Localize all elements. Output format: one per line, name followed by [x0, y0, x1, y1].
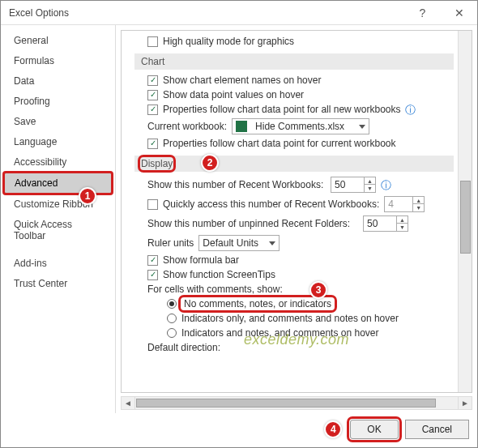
chart-values-checkbox[interactable]: [147, 90, 158, 100]
window-title: Excel Options: [9, 7, 404, 19]
chart-props-current-checkbox[interactable]: [147, 139, 158, 149]
vertical-scrollbar-thumb[interactable]: [460, 181, 471, 254]
excel-file-icon: [236, 121, 247, 132]
show-formula-bar-checkbox[interactable]: [147, 255, 158, 266]
hscroll-left-arrow[interactable]: ◄: [122, 397, 135, 409]
main-panel: High quality mode for graphics Chart Sho…: [116, 25, 477, 413]
chart-values-label: Show data point values on hover: [163, 89, 304, 100]
close-icon: ✕: [455, 6, 464, 19]
annotation-badge-1: 1: [79, 187, 96, 205]
comments-option-indicators-only-label: Indicators only, and comments and notes …: [181, 313, 399, 324]
hscroll-right-arrow[interactable]: ►: [458, 397, 472, 409]
quick-access-recent-checkbox[interactable]: [147, 199, 158, 210]
section-display: Display: [134, 156, 454, 172]
close-button[interactable]: ✕: [441, 1, 477, 25]
current-workbook-value: Hide Comments.xlsx: [255, 121, 344, 132]
show-screentips-label: Show function ScreenTips: [163, 269, 275, 280]
sidebar-item-save[interactable]: Save: [4, 112, 112, 131]
chart-element-names-label: Show chart element names on hover: [163, 75, 321, 86]
spinner-buttons[interactable]: ▲▼: [412, 197, 424, 211]
info-icon[interactable]: ⓘ: [405, 105, 416, 115]
sidebar: General Formulas Data Proofing Save Lang…: [1, 25, 116, 413]
sidebar-item-add-ins[interactable]: Add-ins: [4, 254, 112, 273]
high-quality-graphics-checkbox[interactable]: [147, 36, 158, 47]
horizontal-scrollbar-thumb[interactable]: [136, 399, 436, 407]
current-workbook-dropdown[interactable]: Hide Comments.xlsx: [232, 118, 369, 134]
show-screentips-checkbox[interactable]: [147, 270, 158, 280]
quick-access-recent-label: Quickly access this number of Recent Wor…: [163, 198, 379, 210]
excel-options-dialog: Excel Options ? ✕ General Formulas Data …: [0, 0, 478, 448]
help-button[interactable]: ?: [404, 1, 441, 25]
quick-access-recent-spinner[interactable]: 4 ▲▼: [384, 196, 425, 212]
spinner-buttons[interactable]: ▲▼: [396, 216, 408, 231]
info-icon[interactable]: ⓘ: [381, 180, 391, 190]
comments-option-indicators-notes-radio[interactable]: [167, 328, 177, 338]
content-area: General Formulas Data Proofing Save Lang…: [1, 25, 477, 413]
titlebar: Excel Options ? ✕: [1, 1, 477, 25]
annotation-badge-4: 4: [324, 420, 342, 438]
recent-folders-spinner[interactable]: 50 ▲▼: [363, 215, 408, 232]
sidebar-item-language[interactable]: Language: [4, 132, 112, 151]
footer: 4 OK Cancel: [1, 413, 477, 447]
comments-show-label: For cells with comments, show:: [147, 284, 283, 295]
high-quality-graphics-label: High quality mode for graphics: [163, 36, 294, 47]
ruler-units-label: Ruler units: [147, 237, 194, 249]
vertical-scrollbar[interactable]: [458, 31, 472, 392]
spinner-buttons[interactable]: ▲▼: [364, 177, 375, 192]
current-workbook-label: Current workbook:: [147, 121, 227, 132]
sidebar-item-general[interactable]: General: [4, 31, 112, 50]
section-chart: Chart: [134, 53, 454, 70]
sidebar-item-proofing[interactable]: Proofing: [4, 92, 112, 111]
help-icon: ?: [420, 6, 426, 19]
cancel-button[interactable]: Cancel: [405, 420, 469, 439]
sidebar-item-trust-center[interactable]: Trust Center: [4, 274, 112, 293]
comments-option-indicators-notes-label: Indicators and notes, and comments on ho…: [181, 327, 378, 339]
comments-option-indicators-only-radio[interactable]: [167, 314, 177, 323]
show-formula-bar-label: Show formula bar: [163, 254, 239, 266]
comments-option-none-label: No comments, notes, or indicators: [181, 298, 334, 309]
ruler-units-dropdown[interactable]: Default Units: [198, 235, 280, 251]
recent-workbooks-label: Show this number of Recent Workbooks:: [147, 179, 326, 190]
recent-folders-label: Show this number of unpinned Recent Fold…: [147, 218, 358, 229]
recent-workbooks-spinner[interactable]: 50 ▲▼: [331, 177, 376, 193]
horizontal-scrollbar[interactable]: ◄ ►: [121, 396, 472, 410]
chart-element-names-checkbox[interactable]: [147, 75, 158, 86]
chart-props-all-checkbox[interactable]: [147, 105, 158, 115]
sidebar-item-accessibility[interactable]: Accessibility: [4, 152, 112, 172]
sidebar-item-data[interactable]: Data: [4, 71, 112, 91]
default-direction-label: Default direction:: [147, 342, 220, 353]
sidebar-item-quick-access-toolbar[interactable]: Quick Access Toolbar: [4, 215, 112, 245]
sidebar-item-formulas[interactable]: Formulas: [4, 51, 112, 70]
comments-option-none-radio[interactable]: [167, 299, 177, 309]
annotation-badge-3: 3: [309, 281, 327, 299]
section-display-label: Display: [141, 158, 173, 169]
chart-props-current-label: Properties follow chart data point for c…: [163, 138, 395, 149]
chart-props-all-label: Properties follow chart data point for a…: [163, 104, 400, 115]
annotation-badge-2: 2: [201, 154, 219, 172]
settings-scroll-area: High quality mode for graphics Chart Sho…: [121, 30, 472, 393]
ok-button[interactable]: OK: [350, 420, 398, 439]
sidebar-item-advanced[interactable]: Advanced: [4, 173, 112, 194]
